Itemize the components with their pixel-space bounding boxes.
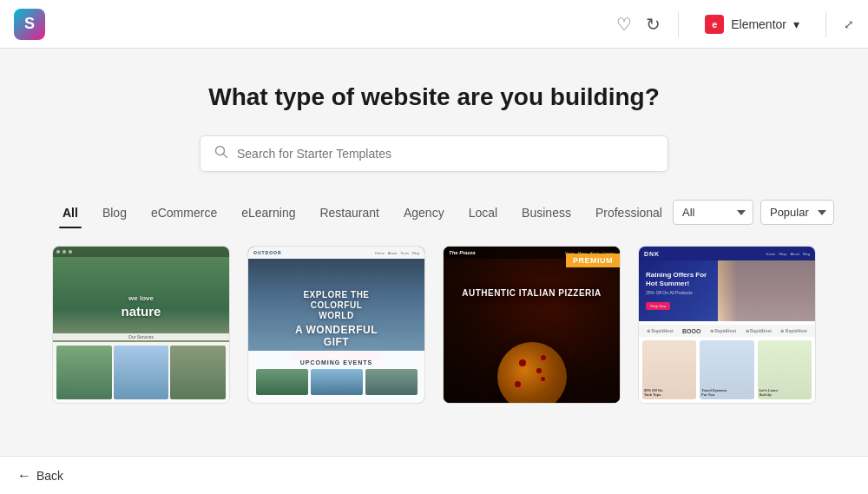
search-icon bbox=[214, 145, 228, 162]
template-preview-italian-pizzeria: PREMIUM The Piazza Home Menu About Conta… bbox=[444, 247, 620, 403]
page-title: What type of website are you building? bbox=[52, 83, 816, 111]
card1-bottom-thumbnails bbox=[53, 342, 229, 403]
filter-tabs: All Blog eCommerce eLearning Restaurant … bbox=[52, 201, 673, 225]
card4-hero-image bbox=[718, 260, 815, 321]
app-logo: S bbox=[14, 9, 45, 40]
card1-navbar bbox=[53, 247, 229, 257]
divider2 bbox=[825, 11, 826, 37]
tab-ecommerce[interactable]: eCommerce bbox=[141, 201, 227, 225]
tab-blog[interactable]: Blog bbox=[92, 201, 137, 225]
card1-dot1 bbox=[56, 250, 60, 254]
filter-dropdowns: All Free Premium Popular Newest Oldest bbox=[673, 200, 834, 225]
back-label: Back bbox=[36, 469, 63, 483]
card4-product-1: 20% Off OnTank Tops bbox=[642, 340, 696, 399]
card4-product-2: Travel EyewearFor You bbox=[700, 340, 753, 399]
filter-row: All Blog eCommerce eLearning Restaurant … bbox=[52, 200, 816, 225]
favorite-button[interactable]: ♡ bbox=[616, 14, 632, 35]
card1-dot2 bbox=[62, 250, 66, 254]
back-arrow-icon: ← bbox=[17, 468, 31, 484]
tab-professional[interactable]: Professional bbox=[585, 201, 673, 225]
card1-thumb-2 bbox=[114, 346, 169, 399]
card2-navbar: OUTDOOR Home About Tours Blog bbox=[248, 247, 424, 259]
back-button[interactable]: ← Back bbox=[17, 468, 63, 484]
pizza-image bbox=[497, 342, 567, 403]
chevron-down-icon: ▾ bbox=[793, 17, 799, 31]
template-preview-dnk: DNK Home Shop About Blog Raining Offers … bbox=[639, 247, 815, 403]
template-card-italian-pizzeria[interactable]: PREMIUM The Piazza Home Menu About Conta… bbox=[443, 246, 621, 404]
card4-hero-text-block: Raining Offers For Hot Summer! 25% Off O… bbox=[639, 264, 722, 317]
card2-img3 bbox=[365, 369, 418, 395]
divider bbox=[678, 11, 679, 37]
search-container bbox=[200, 135, 668, 172]
main-content: What type of website are you building? A… bbox=[0, 49, 868, 494]
card1-hero-text: we love nature bbox=[122, 294, 161, 320]
tab-local[interactable]: Local bbox=[458, 201, 508, 225]
refresh-icon: ↻ bbox=[646, 14, 661, 35]
template-preview-wonderful-gift: OUTDOOR Home About Tours Blog Explore Th… bbox=[248, 247, 424, 403]
template-card-dnk[interactable]: DNK Home Shop About Blog Raining Offers … bbox=[638, 246, 816, 404]
card4-hero: Raining Offers For Hot Summer! 25% Off O… bbox=[639, 260, 815, 321]
card2-img1 bbox=[256, 369, 308, 395]
type-filter-select[interactable]: All Free Premium bbox=[673, 200, 753, 225]
template-card-wonderful-gift[interactable]: OUTDOOR Home About Tours Blog Explore Th… bbox=[247, 246, 425, 404]
card4-product-3: Let's LearnSuit Up bbox=[758, 340, 812, 399]
premium-badge: PREMIUM bbox=[566, 254, 620, 267]
expand-icon: ⤢ bbox=[844, 17, 854, 31]
svg-line-1 bbox=[224, 155, 227, 158]
tab-business[interactable]: Business bbox=[511, 201, 582, 225]
tab-elearning[interactable]: eLearning bbox=[231, 201, 306, 225]
topbar-left: S bbox=[14, 9, 45, 40]
expand-button[interactable]: ⤢ bbox=[844, 17, 854, 31]
topbar: S ♡ ↻ e Elementor ▾ ⤢ bbox=[0, 0, 868, 49]
search-box bbox=[200, 135, 668, 172]
card2-img2 bbox=[311, 369, 363, 395]
tab-all[interactable]: All bbox=[52, 201, 89, 225]
card2-bottom: UPCOMING EVENTS bbox=[248, 351, 424, 403]
card1-thumb-3 bbox=[170, 346, 226, 399]
sort-filter-select[interactable]: Popular Newest Oldest bbox=[760, 200, 834, 225]
template-card-nature[interactable]: we love nature Our Services bbox=[52, 246, 230, 404]
card1-dot3 bbox=[69, 250, 72, 254]
tab-restaurant[interactable]: Restaurant bbox=[309, 201, 389, 225]
template-grid: we love nature Our Services OUTDOOR Home bbox=[52, 246, 816, 404]
elementor-badge-icon: e bbox=[705, 15, 724, 34]
search-input[interactable] bbox=[237, 147, 654, 161]
card1-services-label: Our Services bbox=[53, 333, 229, 340]
elementor-selector-button[interactable]: e Elementor ▾ bbox=[696, 10, 808, 39]
heart-icon: ♡ bbox=[616, 14, 632, 35]
tab-agency[interactable]: Agency bbox=[393, 201, 455, 225]
card4-products-grid: 20% Off OnTank Tops Travel EyewearFor Yo… bbox=[639, 337, 815, 403]
card4-navbar: DNK Home Shop About Blog bbox=[639, 247, 815, 260]
card3-hero-text: AUTHENTIC ITALIAN PIZZERIA bbox=[452, 288, 611, 299]
elementor-label: Elementor bbox=[731, 17, 786, 31]
card2-hero-text: Explore The Colorful World A WONDERFUL G… bbox=[293, 290, 381, 359]
card1-thumb-1 bbox=[56, 346, 112, 399]
bottom-bar: ← Back bbox=[0, 456, 868, 494]
refresh-button[interactable]: ↻ bbox=[646, 14, 661, 35]
topbar-right: ♡ ↻ e Elementor ▾ ⤢ bbox=[616, 10, 854, 39]
template-preview-nature: we love nature Our Services bbox=[53, 247, 229, 403]
card4-brands-bar: ⊕ RapidHost BOOO ⊕ RapidHost ⊕ RapidHost… bbox=[639, 325, 815, 337]
